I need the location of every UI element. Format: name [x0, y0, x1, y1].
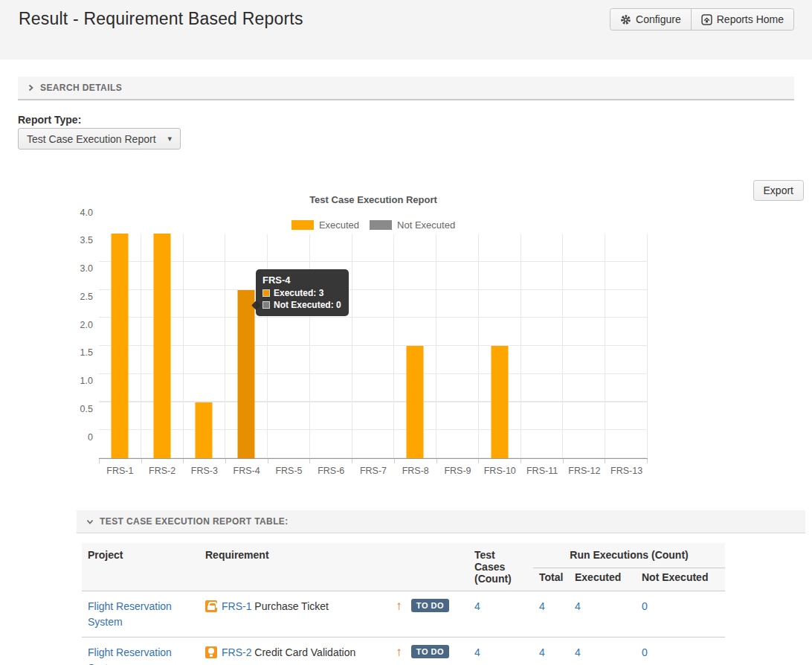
run-total-link[interactable]: 4: [539, 646, 545, 658]
col-header-project: Project: [82, 543, 199, 591]
report-table: Project Requirement Test Cases (Count) R…: [82, 543, 725, 665]
bar-frs-8[interactable]: [407, 346, 424, 458]
chart-category-slot: [352, 234, 395, 458]
axis-tick: [268, 459, 311, 463]
axis-tick: [310, 459, 352, 463]
status-badge: TO DO: [411, 599, 449, 612]
axis-tick: [521, 459, 564, 463]
project-link[interactable]: Flight Reservation System: [88, 646, 172, 665]
x-axis-label: FRS-3: [184, 466, 226, 476]
reports-home-icon: [701, 14, 712, 25]
gear-icon: [620, 14, 631, 25]
bar-frs-3[interactable]: [196, 402, 213, 459]
y-axis-label: 2.0: [53, 320, 93, 331]
bar-frs-2[interactable]: [153, 234, 170, 458]
y-axis-label: 1.5: [53, 347, 93, 359]
run-executed-cell: 4: [569, 591, 636, 637]
header-button-group: Configure Reports Home: [610, 8, 794, 30]
y-axis-label: 3.5: [53, 235, 93, 246]
lock-icon: [205, 600, 217, 612]
report-type-dropdown[interactable]: Test Case Execution Report ▾: [18, 128, 181, 150]
table-section-label: TEST CASE EXECUTION REPORT TABLE:: [100, 516, 289, 527]
axis-tick: [605, 459, 648, 463]
axis-tick: [99, 459, 142, 463]
test-cases-count-link[interactable]: 4: [474, 600, 480, 612]
chart-title: Test Case Execution Report: [99, 194, 648, 205]
y-axis-label: 3.0: [53, 263, 93, 274]
bar-frs-4[interactable]: [238, 290, 255, 459]
x-axis-ticks: [99, 459, 648, 463]
x-axis-label: FRS-10: [479, 466, 521, 476]
bar-frs-1[interactable]: [111, 234, 128, 458]
run-total-link[interactable]: 4: [539, 600, 545, 612]
test-cases-count-link[interactable]: 4: [474, 646, 480, 658]
run-not-executed-link[interactable]: 0: [642, 600, 648, 612]
chart-category-slot: [141, 234, 184, 458]
requirement-meta: ↑TO DO: [396, 599, 463, 612]
axis-tick: [184, 459, 226, 463]
x-axis-label: FRS-12: [563, 466, 605, 476]
report-table-body: Flight Reservation SystemFRS-1 Purchase …: [82, 591, 725, 665]
chart-category-slot: [394, 234, 436, 458]
axis-tick: [226, 459, 268, 463]
project-link[interactable]: Flight Reservation System: [88, 600, 172, 628]
legend-item-not-executed: Not Executed: [370, 219, 455, 231]
chart-category-slot: [563, 234, 605, 458]
status-badge: TO DO: [411, 645, 449, 658]
axis-tick: [564, 459, 606, 463]
x-axis-label: FRS-5: [268, 466, 310, 476]
chart-tooltip-row: Executed: 3: [262, 288, 341, 298]
chart: Test Case Execution Report ExecutedNot E…: [99, 194, 648, 476]
x-axis-labels: FRS-1FRS-2FRS-3FRS-4FRS-5FRS-6FRS-7FRS-8…: [99, 466, 648, 476]
chart-tooltip: FRS-4 Executed: 3Not Executed: 0: [256, 269, 349, 316]
reports-home-button-label: Reports Home: [717, 13, 784, 25]
requirement-title: Credit Card Validation: [251, 646, 355, 658]
bar-frs-10[interactable]: [491, 346, 508, 458]
chart-category-slot: [310, 234, 352, 458]
lightbulb-icon: [205, 646, 217, 658]
chevron-down-icon: [86, 515, 94, 528]
requirement-cell: FRS-1 Purchase Ticket↑TO DO: [199, 591, 468, 637]
y-axis-label: 0.5: [53, 404, 93, 415]
table-row: Flight Reservation SystemFRS-2 Credit Ca…: [82, 637, 725, 665]
chart-category-slot: [521, 234, 564, 458]
tooltip-swatch: [262, 289, 270, 297]
chart-category-slot: [268, 234, 310, 458]
configure-button-label: Configure: [636, 13, 681, 25]
table-section-toggle[interactable]: TEST CASE EXECUTION REPORT TABLE:: [77, 510, 805, 533]
requirement-content: FRS-1 Purchase Ticket↑TO DO: [205, 599, 463, 614]
run-executed-link[interactable]: 4: [575, 600, 581, 612]
x-axis-label: FRS-13: [605, 466, 648, 476]
chart-category-slot: [225, 234, 268, 458]
run-not-executed-link[interactable]: 0: [642, 646, 648, 658]
requirement-title: Purchase Ticket: [251, 600, 329, 612]
reports-home-button[interactable]: Reports Home: [691, 8, 794, 30]
run-executed-link[interactable]: 4: [575, 646, 581, 658]
chart-tooltip-text: Not Executed: 0: [274, 300, 341, 310]
legend-item-executed: Executed: [291, 219, 359, 231]
run-not-executed-cell: 0: [636, 637, 725, 665]
run-executed-cell: 4: [569, 637, 636, 665]
project-cell: Flight Reservation System: [82, 591, 199, 637]
priority-up-icon: ↑: [396, 600, 402, 612]
requirement-cell: FRS-2 Credit Card Validation↑TO DO: [199, 637, 468, 665]
app-header: Result - Requirement Based Reports Confi…: [0, 0, 812, 60]
col-header-requirement: Requirement: [199, 543, 468, 591]
legend-label: Executed: [319, 219, 359, 231]
legend-swatch: [291, 220, 314, 230]
priority-up-icon: ↑: [396, 646, 402, 658]
chart-category-slot: [99, 234, 141, 458]
y-axis-label: 1.0: [53, 376, 93, 387]
chart-tooltip-row: Not Executed: 0: [262, 300, 341, 310]
col-header-run-executions: Run Executions (Count): [533, 543, 725, 568]
search-details-toggle[interactable]: SEARCH DETAILS: [18, 77, 794, 100]
export-button[interactable]: Export: [753, 180, 804, 201]
chart-category-slot: [605, 234, 648, 458]
caret-down-icon: ▾: [167, 134, 172, 144]
configure-button[interactable]: Configure: [610, 8, 692, 30]
requirement-key-link[interactable]: FRS-2: [222, 646, 251, 658]
requirement-key-link[interactable]: FRS-1: [222, 600, 251, 612]
test-cases-count-cell: 4: [468, 637, 533, 665]
col-header-executed: Executed: [569, 568, 636, 591]
y-axis-label: 4.0: [53, 208, 93, 219]
